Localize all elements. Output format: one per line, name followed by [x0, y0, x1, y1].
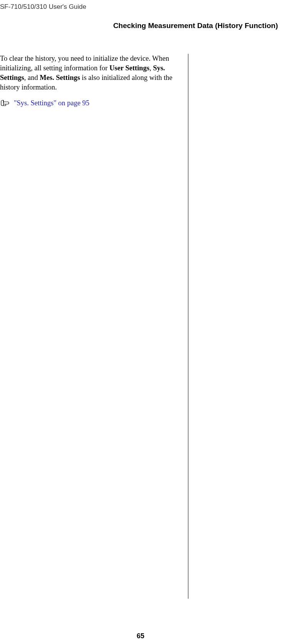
content-area: To clear the history, you need to initia…	[0, 30, 281, 599]
body-paragraph: To clear the history, you need to initia…	[0, 54, 180, 92]
pointing-hand-icon	[0, 100, 11, 106]
body-text-1b: User Settings	[110, 64, 150, 72]
body-text-1f: Mes. Settings	[40, 74, 80, 81]
page-number: 65	[0, 632, 281, 640]
left-column: To clear the history, you need to initia…	[0, 54, 188, 599]
sys-settings-link[interactable]: "Sys. Settings" on page 95	[14, 99, 90, 107]
section-title: Checking Measurement Data (History Funct…	[0, 11, 281, 30]
reference-link-line: "Sys. Settings" on page 95	[0, 99, 180, 107]
header-product: SF-710/510/310 User's Guide	[0, 0, 281, 11]
body-text-1e: , and	[24, 74, 40, 81]
body-text-1c: ,	[150, 64, 153, 72]
